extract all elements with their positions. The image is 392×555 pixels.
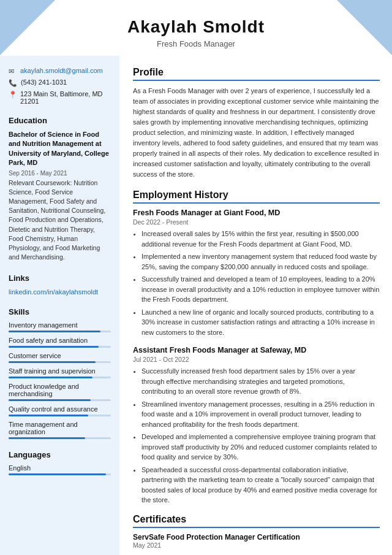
language-label: English: [9, 464, 111, 472]
skill-bar-fill: [9, 346, 99, 348]
edu-coursework: Relevant Coursework: Nutrition Science, …: [9, 178, 111, 262]
skill-bar-fill: [9, 331, 100, 332]
header: Akaylah Smoldt Fresh Foods Manager: [0, 0, 392, 56]
skill-bar-bg: [9, 331, 111, 332]
skill-bar-bg: [9, 437, 111, 439]
links-title: Links: [9, 274, 111, 283]
employment-section: Employment History Fresh Foods Manager a…: [133, 189, 380, 505]
cert-date: May 2021: [133, 542, 380, 549]
job-bullet: Implemented a new inventory management s…: [141, 251, 380, 272]
email-icon: ✉: [9, 67, 17, 75]
candidate-name: Akaylah Smoldt: [12, 17, 380, 37]
contact-address: 📍 123 Main St, Baltimore, MD 21201: [9, 90, 111, 105]
certificates-section-title: Certificates: [133, 514, 380, 528]
skill-label: Customer service: [9, 352, 111, 359]
education-title: Education: [9, 116, 111, 125]
skill-label: Inventory management: [9, 321, 111, 329]
certificates-section: Certificates ServSafe Food Protection Ma…: [133, 514, 380, 555]
contact-phone: 📞 (543) 241-1031: [9, 78, 111, 87]
job-bullet: Successfully trained and developed a tea…: [141, 274, 380, 305]
certs-list: ServSafe Food Protection Manager Certifi…: [133, 533, 380, 555]
job-bullet: Increased overall sales by 15% within th…: [141, 229, 380, 249]
linkedin-link[interactable]: linkedin.com/in/akaylahsmoldt: [9, 288, 98, 296]
jobs-list: Fresh Foods Manager at Giant Food, MD De…: [133, 209, 380, 505]
language-bar-bg: [9, 473, 111, 475]
main-content: Profile As a Fresh Foods Manager with ov…: [119, 56, 392, 555]
coursework-text: Nutrition Science, Food Service Manageme…: [9, 179, 105, 261]
contact-email: ✉ akaylah.smoldt@gmail.com: [9, 67, 111, 75]
job-bullet: Launched a new line of organic and local…: [141, 307, 380, 338]
language-bar-fill: [9, 473, 106, 475]
links-section: Links linkedin.com/in/akaylahsmoldt: [9, 274, 111, 296]
skill-bar-bg: [9, 361, 111, 363]
languages-title: Languages: [9, 450, 111, 459]
skill-bar-fill: [9, 377, 92, 378]
sidebar: ✉ akaylah.smoldt@gmail.com 📞 (543) 241-1…: [0, 56, 119, 555]
linkedin-link-item: linkedin.com/in/akaylahsmoldt: [9, 288, 111, 296]
profile-text: As a Fresh Foods Manager with over 2 yea…: [133, 86, 380, 180]
profile-section-title: Profile: [133, 67, 380, 81]
skill-label: Time management and organization: [9, 421, 111, 435]
job-bullet: Spearheaded a successful cross-departmen…: [141, 465, 380, 505]
skill-item: Product knowledge and merchandising: [9, 383, 111, 401]
edu-date: Sep 2016 - May 2021: [9, 170, 111, 177]
job-bullet: Successfully increased fresh food depart…: [141, 366, 380, 397]
email-link[interactable]: akaylah.smoldt@gmail.com: [20, 67, 103, 74]
location-icon: 📍: [9, 91, 17, 99]
job-item: Assistant Fresh Foods Manager at Safeway…: [133, 346, 380, 505]
skill-bar-fill: [9, 361, 96, 363]
skill-label: Quality control and assurance: [9, 405, 111, 413]
skill-bar-bg: [9, 399, 111, 401]
address-value: 123 Main St, Baltimore, MD 21201: [20, 90, 111, 105]
skill-bar-bg: [9, 346, 111, 348]
skill-label: Product knowledge and merchandising: [9, 383, 111, 397]
skill-bar-bg: [9, 377, 111, 378]
skill-label: Staff training and supervision: [9, 367, 111, 375]
phone-icon: 📞: [9, 79, 17, 87]
profile-section: Profile As a Fresh Foods Manager with ov…: [133, 67, 380, 180]
contact-section: ✉ akaylah.smoldt@gmail.com 📞 (543) 241-1…: [9, 67, 111, 105]
job-bullet: Developed and implemented a comprehensiv…: [141, 432, 380, 462]
skill-item: Staff training and supervision: [9, 367, 111, 378]
job-title: Fresh Foods Manager at Giant Food, MD: [133, 209, 380, 217]
job-item: Fresh Foods Manager at Giant Food, MD De…: [133, 209, 380, 337]
coursework-label: Relevant Coursework:: [9, 179, 72, 186]
skill-bar-fill: [9, 399, 91, 401]
job-bullets: Successfully increased fresh food depart…: [133, 366, 380, 505]
job-date: Dec 2022 - Present: [133, 218, 380, 226]
language-item: English: [9, 464, 111, 475]
candidate-title: Fresh Foods Manager: [12, 39, 380, 48]
edu-degree: Bachelor of Science in Food and Nutritio…: [9, 130, 111, 168]
skill-bar-fill: [9, 415, 88, 416]
phone-value: (543) 241-1031: [21, 78, 67, 86]
skill-item: Quality control and assurance: [9, 405, 111, 416]
languages-list: English: [9, 464, 111, 475]
skill-item: Time management and organization: [9, 421, 111, 439]
education-section: Education Bachelor of Science in Food an…: [9, 116, 111, 262]
skills-list: Inventory management Food safety and san…: [9, 321, 111, 439]
skill-bar-fill: [9, 437, 85, 439]
languages-section: Languages English: [9, 450, 111, 475]
skill-label: Food safety and sanitation: [9, 337, 111, 344]
job-date: Jul 2021 - Oct 2022: [133, 356, 380, 363]
skills-section: Skills Inventory management Food safety …: [9, 307, 111, 439]
skill-item: Customer service: [9, 352, 111, 363]
job-bullets: Increased overall sales by 15% within th…: [133, 229, 380, 337]
cert-title: ServSafe Food Protection Manager Certifi…: [133, 533, 380, 542]
body-wrapper: ✉ akaylah.smoldt@gmail.com 📞 (543) 241-1…: [0, 56, 392, 555]
cert-item: ServSafe Food Protection Manager Certifi…: [133, 533, 380, 549]
job-title: Assistant Fresh Foods Manager at Safeway…: [133, 346, 380, 354]
job-bullet: Streamlined inventory management process…: [141, 399, 380, 430]
skill-bar-bg: [9, 415, 111, 416]
skill-item: Inventory management: [9, 321, 111, 332]
employment-section-title: Employment History: [133, 189, 380, 204]
skills-title: Skills: [9, 307, 111, 316]
skill-item: Food safety and sanitation: [9, 337, 111, 348]
